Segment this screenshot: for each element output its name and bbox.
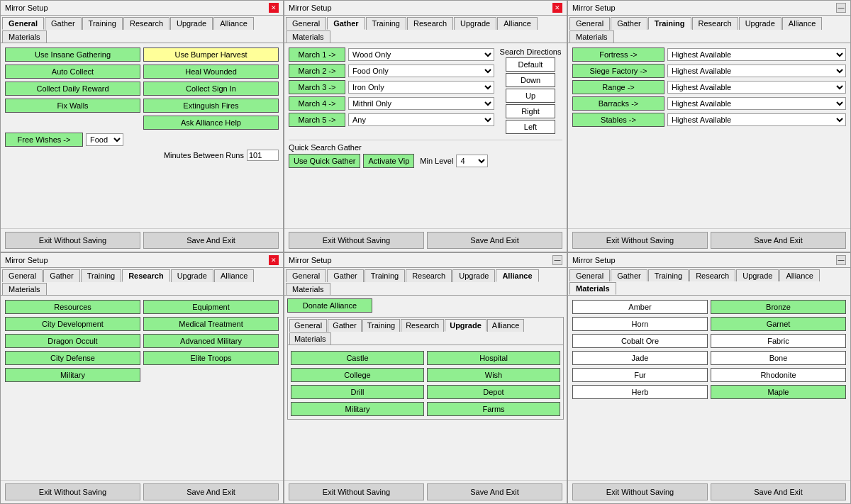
sub-tab-research[interactable]: Research: [401, 319, 444, 332]
resources-btn[interactable]: Resources: [5, 300, 140, 314]
castle-btn[interactable]: Castle: [291, 351, 424, 365]
tab-p2-general[interactable]: General: [286, 17, 326, 30]
extinguish-fires-btn[interactable]: Extinguish Fires: [143, 99, 279, 113]
march-4-select[interactable]: Wood OnlyFood OnlyIron OnlyMithril OnlyA…: [348, 97, 494, 110]
free-wishes-btn[interactable]: Free Wishes ->: [5, 133, 83, 147]
panel-1-exit-btn[interactable]: Exit Without Saving: [5, 232, 140, 249]
panel-2-exit-btn[interactable]: Exit Without Saving: [289, 232, 424, 249]
heal-wounded-btn[interactable]: Heal Wounded: [143, 65, 279, 79]
panel-6-save-btn[interactable]: Save And Exit: [711, 483, 846, 500]
military-btn[interactable]: Military: [5, 368, 140, 382]
equipment-btn[interactable]: Equipment: [143, 300, 279, 314]
dir-default-btn[interactable]: Default: [506, 57, 555, 72]
march-5-select[interactable]: Wood OnlyFood OnlyIron OnlyMithril OnlyA…: [348, 113, 494, 126]
minutes-input[interactable]: [247, 150, 279, 161]
fortress-btn[interactable]: Fortress ->: [572, 47, 664, 62]
barracks-select[interactable]: Highest AvailableLevel 1Level 2: [667, 97, 846, 110]
panel-5-exit-btn[interactable]: Exit Without Saving: [289, 483, 424, 500]
material-amber-btn[interactable]: Amber: [572, 300, 708, 314]
panel-2-save-btn[interactable]: Save And Exit: [427, 232, 562, 249]
tab-p4-training[interactable]: Training: [81, 269, 121, 282]
panel-2-close[interactable]: ✕: [552, 3, 562, 13]
panel-4-close[interactable]: ✕: [269, 255, 279, 265]
tab-p5-training[interactable]: Training: [365, 269, 405, 282]
panel-4-save-btn[interactable]: Save And Exit: [143, 483, 279, 500]
tab-p2-alliance[interactable]: Alliance: [497, 17, 538, 30]
sub-tab-gather[interactable]: Gather: [328, 319, 362, 332]
advanced-military-btn[interactable]: Advanced Military: [143, 334, 279, 348]
tab-p2-training[interactable]: Training: [366, 17, 406, 30]
march-4-btn[interactable]: March 4 ->: [289, 96, 345, 111]
tab-p6-upgrade[interactable]: Upgrade: [736, 269, 779, 281]
use-insane-gathering-btn[interactable]: Use Insane Gathering: [5, 47, 140, 62]
tab-p3-training[interactable]: Training: [648, 17, 691, 30]
range-select[interactable]: Highest AvailableLevel 1Level 2: [667, 81, 846, 94]
tab-p1-materials[interactable]: Materials: [2, 30, 47, 43]
dragon-occult-btn[interactable]: Dragon Occult: [5, 334, 140, 348]
medical-treatment-btn[interactable]: Medical Treatment: [143, 317, 279, 331]
use-bumper-harvest-btn[interactable]: Use Bumper Harvest: [143, 47, 279, 62]
tab-p3-gather[interactable]: Gather: [611, 17, 647, 30]
panel-1-close[interactable]: ✕: [269, 3, 279, 13]
dir-down-btn[interactable]: Down: [506, 73, 555, 87]
sub-tab-alliance[interactable]: Alliance: [487, 319, 525, 332]
tab-p4-materials[interactable]: Materials: [2, 283, 47, 295]
march-3-select[interactable]: Wood OnlyFood OnlyIron OnlyMithril OnlyA…: [348, 81, 494, 94]
fix-walls-btn[interactable]: Fix Walls: [5, 99, 140, 113]
tab-p3-alliance[interactable]: Alliance: [782, 17, 823, 30]
tab-p1-upgrade[interactable]: Upgrade: [170, 17, 213, 30]
material-rhodonite-btn[interactable]: Rhodonite: [711, 368, 846, 382]
tab-p4-upgrade[interactable]: Upgrade: [171, 269, 213, 282]
panel-1-save-btn[interactable]: Save And Exit: [143, 232, 279, 249]
panel-4-exit-btn[interactable]: Exit Without Saving: [5, 483, 140, 500]
tab-p4-gather[interactable]: Gather: [43, 269, 80, 282]
tab-p1-gather[interactable]: Gather: [45, 17, 82, 30]
tab-p1-general[interactable]: General: [2, 17, 44, 30]
dir-right-btn[interactable]: Right: [506, 104, 555, 118]
hospital-btn[interactable]: Hospital: [427, 351, 560, 365]
tab-p2-upgrade[interactable]: Upgrade: [454, 17, 496, 30]
dir-up-btn[interactable]: Up: [506, 89, 555, 103]
panel-3-save-btn[interactable]: Save And Exit: [711, 232, 846, 249]
tab-p5-general[interactable]: General: [286, 269, 326, 282]
tab-p3-materials[interactable]: Materials: [569, 30, 614, 43]
dir-left-btn[interactable]: Left: [506, 120, 555, 134]
tab-p6-research[interactable]: Research: [689, 269, 735, 281]
sub-tab-training[interactable]: Training: [362, 319, 400, 332]
panel-3-minimize[interactable]: —: [836, 3, 846, 13]
tab-p3-research[interactable]: Research: [692, 17, 738, 30]
military2-btn[interactable]: Military: [291, 402, 424, 416]
range-btn[interactable]: Range ->: [572, 80, 664, 94]
wish-btn[interactable]: Wish: [427, 368, 560, 382]
sub-tab-general[interactable]: General: [289, 319, 327, 332]
material-fur-btn[interactable]: Fur: [572, 368, 708, 382]
tab-p6-training[interactable]: Training: [648, 269, 689, 281]
activate-vip-btn[interactable]: Activate Vip: [363, 154, 414, 168]
march-2-select[interactable]: Wood OnlyFood OnlyIron OnlyMithril OnlyA…: [348, 65, 494, 77]
panel-5-minimize[interactable]: —: [552, 255, 562, 265]
material-horn-btn[interactable]: Horn: [572, 317, 708, 331]
collect-daily-reward-btn[interactable]: Collect Daily Reward: [5, 82, 140, 96]
march-5-btn[interactable]: March 5 ->: [289, 113, 345, 127]
siege-factory-select[interactable]: Highest AvailableLevel 1Level 2: [667, 65, 846, 77]
tab-p6-alliance[interactable]: Alliance: [779, 269, 820, 281]
tab-p1-research[interactable]: Research: [123, 17, 169, 30]
tab-p4-general[interactable]: General: [2, 269, 43, 282]
ask-alliance-help-btn[interactable]: Ask Alliance Help: [143, 116, 279, 130]
tab-p4-research[interactable]: Research: [122, 269, 170, 282]
auto-collect-btn[interactable]: Auto Collect: [5, 65, 140, 79]
use-quick-gather-btn[interactable]: Use Quick Gather: [289, 154, 360, 168]
panel-3-exit-btn[interactable]: Exit Without Saving: [572, 232, 708, 249]
tab-p5-research[interactable]: Research: [406, 269, 452, 282]
city-defense-btn[interactable]: City Defense: [5, 351, 140, 365]
panel-6-minimize[interactable]: —: [836, 255, 846, 265]
tab-p1-alliance[interactable]: Alliance: [213, 17, 254, 30]
tab-p2-research[interactable]: Research: [407, 17, 453, 30]
tab-p2-gather[interactable]: Gather: [327, 17, 365, 30]
material-fabric-btn[interactable]: Fabric: [711, 334, 846, 348]
tab-p5-materials[interactable]: Materials: [286, 283, 330, 295]
material-garnet-btn[interactable]: Garnet: [711, 317, 846, 331]
depot-btn[interactable]: Depot: [427, 385, 560, 399]
tab-p3-general[interactable]: General: [569, 17, 610, 30]
free-wishes-select[interactable]: Food Wood Stone Iron: [86, 133, 123, 146]
